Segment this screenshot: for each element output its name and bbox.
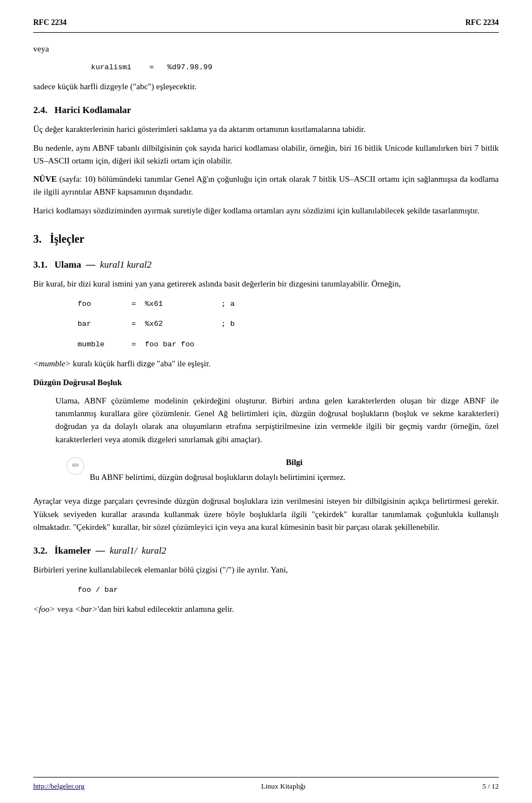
page-content: veya kuralismi = %d97.98.99 sadece küçük… [33, 43, 499, 654]
section-3-2-title: İkameler [54, 545, 91, 556]
veya-middle: veya [55, 605, 75, 613]
nuve-bold: NÜVE [33, 175, 57, 183]
section-3-1-number: 3.1. [33, 259, 48, 270]
note-title: Bilgi [90, 456, 499, 469]
section-2-4-number: 2.4. [33, 105, 48, 115]
footer-link[interactable]: http://belgeler.org [33, 781, 85, 792]
note-text: Bu ABNF belirtimi, düzgün doğrusal boşlu… [90, 471, 499, 484]
note-content: Bilgi Bu ABNF belirtimi, düzgün doğrusal… [84, 456, 499, 490]
section-3-title: İşleçler [50, 233, 84, 245]
section-3-2-heading: 3.2. İkameler — kural1/ kural2 [33, 544, 499, 558]
mumble-rest: kuralı küçük harfli dizge "aba" ile eşle… [71, 359, 211, 368]
page-footer: http://belgeler.org Linux Kitaplığı 5 / … [33, 777, 499, 792]
sadece-text: sadece küçük harfli dizgeyle ("abc") eşl… [33, 80, 499, 93]
section-3-heading: 3. İşleçler [33, 231, 499, 248]
note-icon: ✏ [66, 457, 84, 475]
footer-page: 5 / 12 [482, 781, 499, 792]
section-3-1-title: Ulama [54, 259, 81, 270]
section-2-4-heading: 2.4. Harici Kodlamalar [33, 103, 499, 117]
section-3-1-heading: 3.1. Ulama — kural1 kural2 [33, 258, 499, 272]
mumble-desc: <mumble> kuralı küçük harfli dizge "aba"… [33, 357, 499, 370]
section-3-2-p1: Birbirleri yerine kullanılabilecek elema… [33, 564, 499, 576]
header-right: RFC 2234 [466, 17, 499, 29]
section-2-4-p3: NÜVE (sayfa: 10) bölümündeki tanımlar Ge… [33, 173, 499, 199]
code-foo-bar: foo / bar [33, 582, 499, 599]
section-3-2-subtitle1: kural1 [110, 545, 134, 556]
page-header: RFC 2234 RFC 2234 [33, 17, 499, 33]
section-2-4-p3-rest: (sayfa: 10) bölümündeki tanımlar Genel A… [33, 175, 499, 196]
section-2-4-p1: Üç değer karakterlerinin harici gösterim… [33, 123, 499, 136]
header-left: RFC 2234 [33, 17, 66, 29]
section-3-2-subtitle2: / [134, 545, 137, 556]
code-foo: foo = %x61 ; a [33, 296, 499, 313]
page: RFC 2234 RFC 2234 veya kuralismi = %d97.… [0, 0, 532, 803]
section-3-2-p2: <foo> veya <bar>'dan biri kabul edilecek… [33, 603, 499, 616]
duz-bold-label: Düzgün Doğrusal Boşluk [33, 378, 122, 387]
mumble-italic: <mumble> [33, 359, 71, 368]
duz-paragraph: Ulama, ABNF çözümleme modelinin çekirdeğ… [33, 395, 499, 446]
footer-center: Linux Kitaplığı [261, 781, 306, 792]
duz-heading: Düzgün Doğrusal Boşluk [33, 376, 499, 389]
section-3-2-subtitle3: kural2 [142, 545, 166, 556]
section-3-number: 3. [33, 233, 42, 245]
ayrac-paragraph: Ayraçlar veya dizge parçaları çevresinde… [33, 495, 499, 534]
veya-text: veya [33, 43, 499, 55]
code-bar: bar = %x62 ; b [33, 316, 499, 333]
bar-italic: <bar> [75, 605, 98, 613]
foo-italic: <foo> [33, 605, 55, 613]
section-3-2-number: 3.2. [33, 545, 48, 556]
note-box: ✏ Bilgi Bu ABNF belirtimi, düzgün doğrus… [33, 456, 499, 490]
kuralismi-code: kuralismi = %d97.98.99 [33, 60, 499, 76]
section-3-2-p2-rest: 'dan biri kabul edilecektir anlamına gel… [98, 605, 234, 613]
section-3-1-p1: Bir kural, bir dizi kural ismini yan yan… [33, 278, 499, 290]
code-mumble: mumble = foo bar foo [33, 337, 499, 353]
section-3-1-subtitle: kural1 kural2 [100, 259, 151, 270]
section-2-4-p2: Bu nedenle, aynı ABNF tabanlı dilbilgisi… [33, 142, 499, 168]
section-2-4-p4: Harici kodlamayı sözdiziminden ayırmak s… [33, 204, 499, 217]
section-2-4-title: Harici Kodlamalar [54, 105, 131, 115]
